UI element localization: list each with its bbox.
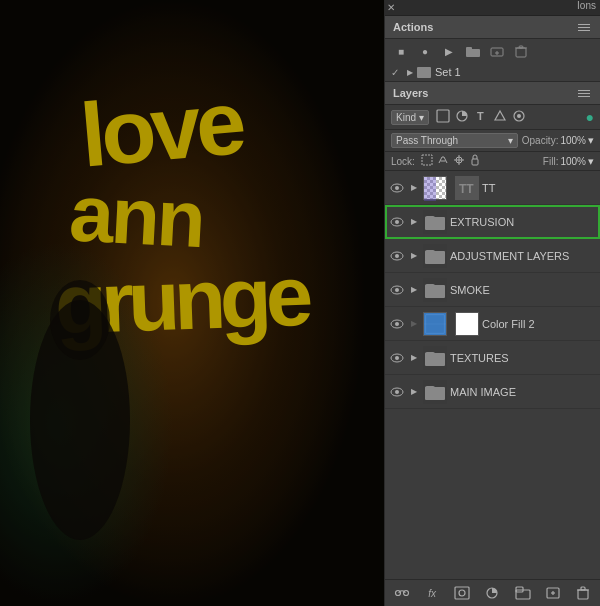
set-1-item[interactable]: ✓ ▶ Set 1 — [385, 63, 600, 81]
svg-rect-26 — [472, 159, 478, 165]
svg-rect-56 — [578, 590, 588, 599]
layer-tt-visibility[interactable] — [389, 180, 405, 196]
layers-delete-button[interactable] — [572, 584, 594, 602]
svg-point-43 — [395, 356, 399, 360]
actions-title: Actions — [393, 21, 433, 33]
layer-tt[interactable]: ▶ TT TT — [385, 171, 600, 205]
layer-colorfill-name: Color Fill 2 — [482, 318, 596, 330]
layer-textures-name: TEXTURES — [450, 352, 596, 364]
actions-play-button[interactable]: ▶ — [439, 43, 459, 59]
filter-kind-arrow: ▾ — [419, 112, 424, 123]
actions-record-button[interactable]: ● — [415, 43, 435, 59]
layers-link-button[interactable] — [391, 584, 413, 602]
layer-extrusion-visibility[interactable] — [389, 214, 405, 230]
layer-extrusion-expand[interactable]: ▶ — [408, 216, 420, 228]
svg-rect-14 — [516, 48, 526, 57]
svg-point-28 — [395, 186, 399, 190]
fill-arrow: ▾ — [588, 155, 594, 168]
filter-type-icon[interactable]: T — [473, 109, 489, 125]
canvas-area: love ann grunge — [0, 0, 384, 606]
svg-rect-48 — [455, 587, 469, 599]
layer-adjustment-visibility[interactable] — [389, 248, 405, 264]
filter-icons: T — [435, 109, 527, 125]
lock-move-button[interactable] — [453, 154, 465, 168]
layer-tt-expand[interactable]: ▶ — [408, 182, 420, 194]
svg-text:TT: TT — [459, 182, 474, 196]
layers-group-button[interactable] — [512, 584, 534, 602]
lock-label: Lock: — [391, 156, 415, 167]
filter-smart-icon[interactable] — [511, 109, 527, 125]
layer-adjustment-layers[interactable]: ▶ ADJUSTMENT LAYERS — [385, 239, 600, 273]
opacity-label: Opacity: — [522, 135, 559, 146]
layer-tt-thumbnail — [423, 176, 447, 200]
set-expand-icon: ▶ — [407, 68, 413, 77]
layer-textures-visibility[interactable] — [389, 350, 405, 366]
filter-shape-icon[interactable] — [492, 109, 508, 125]
layers-adjustment-button[interactable] — [481, 584, 503, 602]
svg-point-32 — [395, 220, 399, 224]
layer-textures[interactable]: ▶ TEXTURES — [385, 341, 600, 375]
opacity-arrow: ▾ — [588, 134, 594, 147]
fill-area: Fill: 100% ▾ — [543, 155, 594, 168]
opacity-value[interactable]: 100% — [560, 135, 586, 146]
svg-text:T: T — [477, 110, 484, 122]
layers-bottom-toolbar: fx — [385, 579, 600, 606]
layer-mainimage-thumbnail — [423, 380, 447, 404]
layer-colorfill-visibility[interactable] — [389, 316, 405, 332]
blend-mode-dropdown[interactable]: Pass Through ▾ — [391, 133, 518, 148]
svg-point-45 — [395, 390, 399, 394]
ions-label: Ions — [577, 0, 596, 11]
filter-active-indicator[interactable]: ● — [586, 109, 594, 125]
layer-textures-thumbnail — [423, 346, 447, 370]
set-check-icon: ✓ — [391, 67, 403, 78]
canvas-image: love ann grunge — [0, 0, 384, 606]
layer-colorfill-thumbnail-2 — [455, 312, 479, 336]
filter-pixel-icon[interactable] — [435, 109, 451, 125]
layer-color-fill-2[interactable]: ▶ Color Fill 2 — [385, 307, 600, 341]
layers-fx-button[interactable]: fx — [421, 584, 443, 602]
actions-toolbar: ■ ● ▶ — [385, 39, 600, 63]
lock-transparent-button[interactable] — [421, 154, 433, 168]
filter-adjustment-icon[interactable] — [454, 109, 470, 125]
layers-header: Layers — [385, 82, 600, 105]
set-folder-icon — [417, 67, 431, 78]
actions-menu-button[interactable] — [578, 20, 592, 34]
layer-adjustment-thumbnail — [423, 244, 447, 268]
lock-all-button[interactable] — [469, 154, 481, 168]
layer-textures-expand[interactable]: ▶ — [408, 352, 420, 364]
layer-extrusion-thumbnail — [423, 210, 447, 234]
layer-mainimage-visibility[interactable] — [389, 384, 405, 400]
layer-main-image[interactable]: ▶ MAIN IMAGE — [385, 375, 600, 409]
filter-kind-dropdown[interactable]: Kind ▾ — [391, 110, 429, 125]
layers-mask-button[interactable] — [451, 584, 473, 602]
blend-mode-arrow: ▾ — [508, 135, 513, 146]
lock-bar: Lock: Fill: 100% ▾ — [385, 152, 600, 171]
layer-colorfill-expand[interactable]: ▶ — [408, 318, 420, 330]
layers-menu-button[interactable] — [578, 86, 592, 100]
filter-kind-label: Kind — [396, 112, 416, 123]
layer-colorfill-thumbnail-1 — [423, 312, 447, 336]
svg-point-8 — [50, 280, 110, 360]
svg-rect-10 — [466, 47, 472, 51]
svg-point-38 — [395, 322, 399, 326]
layer-extrusion-name: EXTRUSION — [450, 216, 596, 228]
layer-adjustment-name: ADJUSTMENT LAYERS — [450, 250, 596, 262]
actions-folder-button[interactable] — [463, 43, 483, 59]
fill-label: Fill: — [543, 156, 559, 167]
close-panel-button[interactable]: ✕ — [387, 2, 395, 13]
actions-delete-button[interactable] — [511, 43, 531, 59]
layer-smoke-visibility[interactable] — [389, 282, 405, 298]
actions-stop-button[interactable]: ■ — [391, 43, 411, 59]
lock-paint-button[interactable] — [437, 154, 449, 168]
fill-value[interactable]: 100% — [560, 156, 586, 167]
layer-mainimage-expand[interactable]: ▶ — [408, 386, 420, 398]
actions-new-button[interactable] — [487, 43, 507, 59]
svg-point-36 — [395, 288, 399, 292]
layer-adjustment-expand[interactable]: ▶ — [408, 250, 420, 262]
layer-smoke[interactable]: ▶ SMOKE — [385, 273, 600, 307]
svg-point-34 — [395, 254, 399, 258]
actions-section: Actions ■ ● ▶ — [385, 16, 600, 82]
layer-smoke-expand[interactable]: ▶ — [408, 284, 420, 296]
layer-extrusion[interactable]: ▶ EXTRUSION — [385, 205, 600, 239]
layers-new-button[interactable] — [542, 584, 564, 602]
